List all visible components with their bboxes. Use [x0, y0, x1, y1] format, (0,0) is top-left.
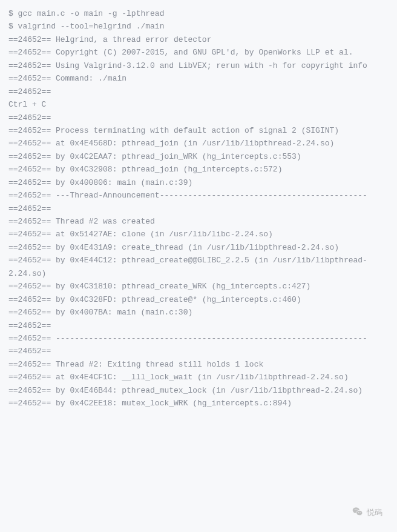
watermark: 悦码	[352, 506, 382, 519]
watermark-label: 悦码	[367, 506, 382, 519]
wechat-icon	[352, 507, 363, 517]
terminal-output: $ gcc main.c -o main -g -lpthread $ valg…	[8, 7, 389, 410]
